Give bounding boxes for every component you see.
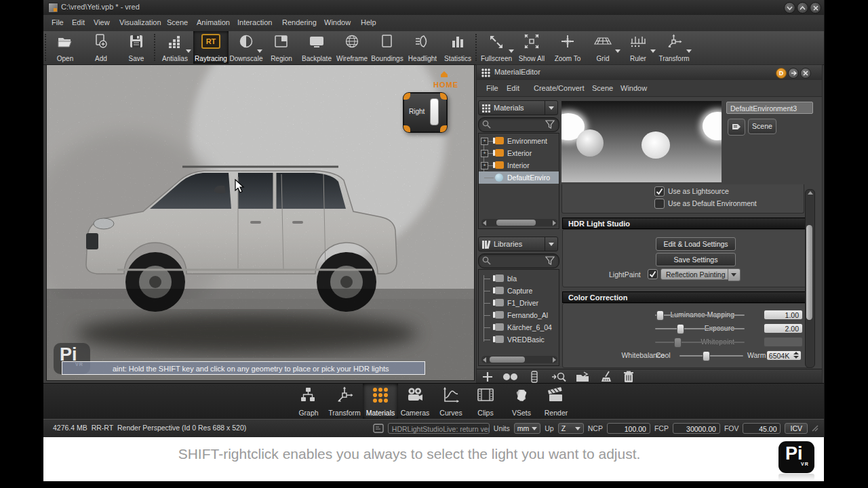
hdr-status-field[interactable]: HDRLightStudioLive: return ver... [388, 423, 490, 434]
navcube-corner[interactable] [403, 125, 410, 132]
libraries-combo-arrow[interactable] [545, 237, 557, 251]
menu-interaction[interactable]: Interaction [237, 18, 272, 26]
scroll-thumb[interactable] [806, 225, 812, 320]
properties-vscrollbar[interactable] [805, 189, 815, 368]
libraries-combo[interactable]: Libraries [478, 237, 558, 251]
dock-render[interactable]: Render [538, 384, 574, 419]
tag-button[interactable] [728, 119, 745, 136]
menu-rendering[interactable]: Rendering [282, 18, 317, 26]
menu-scene[interactable]: Scene [167, 18, 188, 26]
checkbox-checked[interactable] [654, 186, 665, 197]
downscale-dropdown-arrow[interactable] [257, 49, 262, 53]
scroll-left-arrow[interactable] [483, 357, 486, 363]
home-icon[interactable] [440, 70, 448, 78]
transform-button[interactable]: Transform [656, 31, 692, 64]
fov-field[interactable]: 45.00 [743, 423, 781, 434]
tree-item-fernando[interactable]: Fernando_Al [479, 309, 559, 321]
slider-knob[interactable] [677, 324, 684, 334]
materials-combo[interactable]: Materials [478, 100, 558, 115]
dock-materials[interactable]: Materials [363, 384, 398, 419]
raytracing-button[interactable]: RT Raytracing [193, 31, 229, 64]
find-material-icon[interactable] [551, 371, 566, 382]
tree-item-kaercher[interactable]: Kärcher_6_04 [479, 321, 559, 333]
panel-close-button[interactable] [800, 68, 811, 79]
console-icon[interactable] [373, 424, 384, 433]
tree-item-capture[interactable]: Capture [479, 285, 559, 297]
assign-material-icon[interactable] [576, 371, 591, 382]
fullscreen-dropdown-arrow[interactable] [509, 49, 514, 53]
materials-search-input[interactable] [478, 117, 559, 132]
material-editor-header[interactable]: MaterialEditor D [477, 65, 822, 81]
add-material-icon[interactable] [482, 371, 493, 382]
units-dropdown[interactable]: mm [514, 423, 541, 434]
menu-window[interactable]: Window [324, 18, 351, 26]
scroll-right-arrow[interactable] [553, 220, 556, 226]
transform-dropdown-arrow[interactable] [686, 49, 692, 53]
boundings-button[interactable]: Boundings [370, 31, 405, 64]
filter-funnel-icon[interactable] [545, 256, 555, 265]
scene-button[interactable]: Scene [748, 119, 776, 134]
maximize-button[interactable] [797, 2, 808, 14]
duplicate-icon[interactable] [502, 373, 519, 381]
tree-item-exterior[interactable]: + Exterior [479, 147, 559, 159]
menu-help[interactable]: Help [361, 18, 376, 26]
downscale-button[interactable]: Downscale [229, 31, 264, 64]
materials-tree[interactable]: + Environment + Exterior + Interior Defa… [478, 133, 559, 229]
scroll-left-arrow[interactable] [483, 220, 486, 226]
zoom-to-button[interactable]: Zoom To [550, 31, 585, 64]
dock-transform[interactable]: Transform [327, 384, 362, 419]
spinner[interactable] [793, 352, 800, 359]
libraries-search-input[interactable] [478, 253, 559, 268]
tree-item-interior[interactable]: + Interior [479, 159, 559, 171]
minimize-button[interactable] [784, 2, 795, 14]
dock-vsets[interactable]: VSets [504, 384, 539, 419]
antialias-button[interactable]: Antialias [157, 31, 193, 64]
color-correction-header[interactable]: Color Correction [562, 291, 812, 303]
wireframe-button[interactable]: Wireframe [334, 31, 370, 64]
slider-knob[interactable] [656, 310, 664, 321]
libraries-tree[interactable]: bla Capture F1_Driver Fernando_Al Kärche… [478, 269, 559, 366]
me-menu-edit[interactable]: Edit [507, 84, 519, 92]
lightpaint-checkbox[interactable] [648, 269, 658, 279]
home-label[interactable]: HOME [433, 81, 458, 89]
scroll-thumb[interactable] [496, 220, 536, 226]
navcube-right-edge[interactable] [430, 98, 439, 125]
expander-icon[interactable]: + [481, 162, 488, 169]
dock-graph[interactable]: Graph [291, 384, 326, 419]
whitebalance-slider[interactable] [679, 355, 743, 357]
grid-dropdown-arrow[interactable] [615, 49, 620, 53]
fullscreen-button[interactable]: Fullscreen [479, 31, 514, 64]
hdr-light-studio-header[interactable]: HDR Light Studio [562, 218, 812, 229]
open-button[interactable]: Open [47, 31, 83, 64]
checkbox-unchecked[interactable] [654, 199, 665, 209]
menu-view[interactable]: View [94, 18, 110, 26]
lightpaint-mode-dropdown[interactable]: Reflection Painting [660, 268, 728, 280]
me-menu-file[interactable]: File [486, 84, 498, 92]
icv-button[interactable]: ICV [785, 423, 808, 434]
libraries-tree-hscrollbar[interactable] [481, 356, 557, 363]
ncp-field[interactable]: 100.00 [607, 423, 650, 434]
menu-visualization[interactable]: Visualization [119, 18, 161, 26]
environment-preview[interactable] [561, 101, 722, 182]
edit-load-settings-button[interactable]: Edit & Load Settings [656, 237, 736, 251]
material-name-field[interactable]: DefaultEnvironment3 [726, 102, 813, 114]
scroll-thumb[interactable] [490, 357, 525, 363]
cleanup-broom-icon[interactable] [600, 371, 614, 383]
filter-funnel-icon[interactable] [545, 120, 555, 129]
materials-combo-arrow[interactable] [545, 101, 557, 115]
add-button[interactable]: Add [83, 31, 119, 64]
save-settings-button[interactable]: Save Settings [656, 253, 736, 266]
tree-item-vredbasic[interactable]: VREDBasic [479, 333, 559, 346]
luminance-slider[interactable] [655, 314, 745, 316]
dock-d-button[interactable]: D [776, 68, 787, 79]
render-viewport[interactable]: HOME Right Pi VR aint: Hold the SHIFT ke… [46, 64, 475, 381]
scroll-up-arrow[interactable] [808, 191, 813, 195]
ruler-button[interactable]: Ruler [620, 31, 656, 64]
tree-item-environment[interactable]: + Environment [479, 135, 559, 147]
expander-icon[interactable]: + [481, 138, 488, 145]
me-menu-create-convert[interactable]: Create/Convert [534, 84, 585, 92]
navcube-corner[interactable] [403, 93, 410, 100]
use-as-lightsource-row[interactable]: Use as Lightsource [562, 186, 804, 196]
tree-item-f1-driver[interactable]: F1_Driver [479, 297, 559, 309]
dock-clips[interactable]: Clips [468, 384, 503, 419]
